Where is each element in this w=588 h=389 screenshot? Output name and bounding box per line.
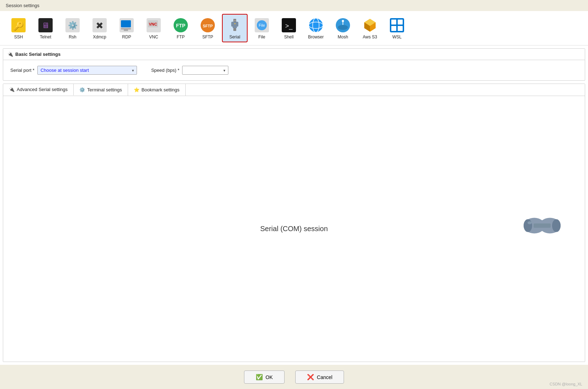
- svg-rect-45: [391, 26, 396, 31]
- serial-port-label: Serial port *: [10, 68, 35, 73]
- xdmcp-icon: ✖: [91, 17, 108, 34]
- ftp-label: FTP: [177, 34, 185, 39]
- awss3-label: Aws S3: [363, 34, 377, 39]
- cancel-icon: ❌: [307, 374, 314, 380]
- xdmcp-tab[interactable]: ✖ Xdmcp: [87, 14, 112, 42]
- basic-serial-icon: 🔌: [7, 52, 13, 57]
- ok-icon: ✅: [256, 374, 263, 380]
- svg-text:✖: ✖: [96, 20, 104, 31]
- browser-tab[interactable]: Browser: [303, 14, 329, 42]
- shell-icon: >_: [280, 17, 297, 34]
- svg-text:🔑: 🔑: [13, 21, 24, 31]
- ok-button[interactable]: ✅ OK: [244, 371, 285, 384]
- svg-rect-21: [233, 27, 237, 28]
- svg-rect-50: [534, 223, 551, 228]
- tab-bookmark[interactable]: ⭐ Bookmark settings: [128, 84, 186, 96]
- svg-text:FTP: FTP: [176, 23, 185, 28]
- shell-tab[interactable]: >_ Shell: [276, 14, 302, 42]
- mosh-label: Mosh: [338, 34, 348, 39]
- svg-rect-11: [124, 30, 128, 31]
- svg-point-52: [552, 219, 561, 232]
- tab-terminal[interactable]: ⚙️ Terminal settings: [74, 84, 128, 96]
- advanced-tabs-section: 🔌 Advanced Serial settings ⚙️ Terminal s…: [3, 84, 585, 362]
- serial-large-icon: [521, 208, 563, 250]
- xdmcp-label: Xdmcp: [93, 34, 106, 39]
- wsl-icon: [388, 17, 406, 34]
- bookmark-tab-label: Bookmark settings: [142, 87, 180, 92]
- svg-rect-10: [121, 28, 131, 30]
- tab-content: Serial (COM) session: [3, 96, 585, 362]
- svg-text:SFTP: SFTP: [203, 24, 213, 28]
- mosh-icon: [334, 17, 351, 34]
- svg-rect-46: [398, 26, 403, 31]
- serial-tab[interactable]: Serial: [222, 14, 248, 42]
- serial-label: Serial: [229, 34, 240, 39]
- sftp-icon: SFTP: [199, 17, 216, 34]
- ssh-label: SSH: [14, 34, 23, 39]
- ssh-icon: 🔑: [10, 17, 27, 34]
- svg-rect-9: [121, 20, 131, 27]
- browser-label: Browser: [308, 34, 324, 39]
- svg-text:File: File: [259, 23, 265, 27]
- sftp-tab[interactable]: SFTP SFTP: [195, 14, 221, 42]
- svg-rect-23: [234, 23, 235, 24]
- wsl-tab[interactable]: WSL: [384, 14, 410, 42]
- telnet-label: Telnet: [40, 34, 51, 39]
- rdp-label: RDP: [122, 34, 131, 39]
- telnet-icon: 🖥: [37, 17, 54, 34]
- ftp-tab[interactable]: FTP FTP: [168, 14, 194, 42]
- awss3-tab[interactable]: Aws S3: [357, 14, 383, 42]
- svg-point-53: [528, 221, 532, 224]
- speed-select[interactable]: [182, 66, 228, 75]
- tab-advanced-serial[interactable]: 🔌 Advanced Serial settings: [3, 84, 74, 96]
- svg-rect-22: [233, 28, 236, 31]
- tabs-header: 🔌 Advanced Serial settings ⚙️ Terminal s…: [3, 84, 585, 96]
- basic-serial-section: 🔌 Basic Serial settings Serial port * Ch…: [3, 48, 585, 81]
- bottom-bar: ✅ OK ❌ Cancel: [0, 365, 588, 389]
- cancel-label: Cancel: [317, 374, 333, 380]
- rdp-tab[interactable]: RDP: [114, 14, 139, 42]
- file-label: File: [258, 34, 265, 39]
- advanced-serial-tab-icon: 🔌: [9, 87, 15, 92]
- svg-rect-43: [391, 20, 396, 25]
- serial-icon: [226, 17, 243, 34]
- telnet-tab[interactable]: 🖥 Telnet: [33, 14, 58, 42]
- rsh-label: Rsh: [69, 34, 76, 39]
- ftp-icon: FTP: [172, 17, 189, 34]
- sftp-label: SFTP: [202, 34, 213, 39]
- file-tab[interactable]: File File: [249, 14, 275, 42]
- rdp-icon: [118, 17, 135, 34]
- cancel-button[interactable]: ❌ Cancel: [295, 371, 344, 384]
- serial-port-select-wrapper: Choose at session start: [37, 66, 137, 75]
- svg-point-35: [338, 25, 348, 30]
- bookmark-tab-icon: ⭐: [134, 87, 139, 92]
- svg-text:>_: >_: [285, 22, 293, 30]
- speed-select-wrapper: [182, 66, 228, 75]
- svg-text:⚙️: ⚙️: [68, 21, 78, 30]
- advanced-serial-tab-label: Advanced Serial settings: [17, 87, 68, 92]
- basic-section-body: Serial port * Choose at session start Sp…: [3, 60, 585, 80]
- shell-label: Shell: [284, 34, 294, 39]
- terminal-tab-icon: ⚙️: [79, 87, 85, 92]
- terminal-tab-label: Terminal settings: [87, 87, 122, 92]
- ssh-tab[interactable]: 🔑 SSH: [6, 14, 31, 42]
- rsh-tab[interactable]: ⚙️ Rsh: [60, 14, 85, 42]
- mosh-tab[interactable]: Mosh: [330, 14, 356, 42]
- rsh-icon: ⚙️: [64, 17, 81, 34]
- window-title: Session settings: [6, 3, 39, 8]
- vnc-tab[interactable]: VNC VNC: [141, 14, 166, 42]
- basic-section-title-label: Basic Serial settings: [15, 52, 60, 57]
- speed-label: Speed (bps) *: [151, 68, 180, 73]
- file-icon: File: [253, 17, 270, 34]
- serial-port-select[interactable]: Choose at session start: [37, 66, 137, 75]
- speed-group: Speed (bps) *: [151, 66, 229, 75]
- basic-section-title: 🔌 Basic Serial settings: [3, 49, 585, 60]
- protocol-toolbar: 🔑 SSH 🖥 Telnet ⚙️ Rsh: [0, 11, 588, 46]
- svg-rect-24: [234, 20, 236, 21]
- svg-text:🖥: 🖥: [42, 21, 49, 30]
- serial-port-group: Serial port * Choose at session start: [10, 66, 137, 75]
- awss3-icon: [361, 17, 378, 34]
- svg-text:VNC: VNC: [149, 22, 157, 26]
- ok-label: OK: [266, 374, 273, 380]
- svg-point-37: [342, 20, 344, 22]
